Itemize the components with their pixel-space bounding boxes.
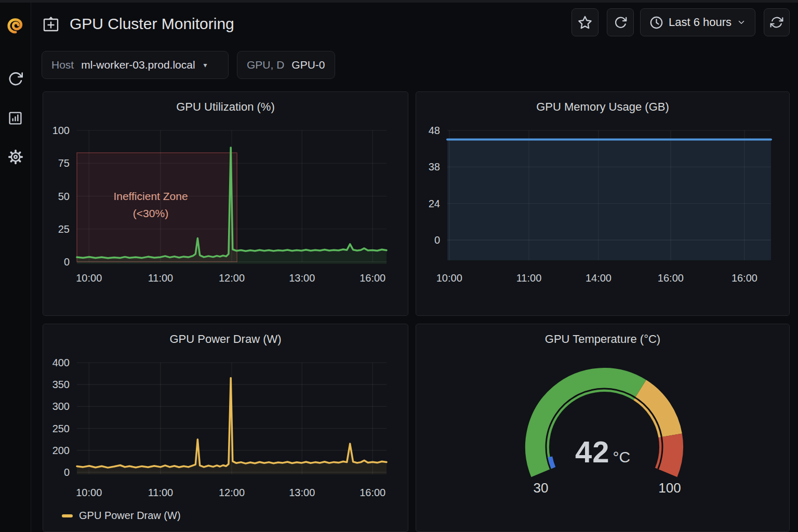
svg-text:100: 100: [52, 125, 70, 136]
svg-text:50: 50: [58, 191, 70, 202]
svg-text:10:00: 10:00: [76, 487, 102, 498]
legend-dash-yellow: [62, 514, 73, 517]
grafana-logo[interactable]: [6, 16, 25, 36]
gauge-value-number: 42: [575, 435, 610, 469]
svg-text:11:00: 11:00: [148, 272, 174, 284]
clock-icon: [649, 16, 663, 30]
svg-text:12:00: 12:00: [219, 272, 245, 284]
sync-icon: [770, 16, 783, 29]
svg-text:38: 38: [429, 161, 440, 172]
svg-text:24: 24: [429, 198, 440, 209]
svg-text:14:00: 14:00: [586, 272, 611, 284]
svg-text:13:00: 13:00: [289, 272, 315, 284]
svg-text:250: 250: [52, 423, 70, 434]
panel-gpu-temperature: GPU Temperature (°C) 42°C 30 100: [416, 324, 790, 532]
star-icon: [578, 15, 592, 30]
host-variable-dropdown[interactable]: Host ml-worker-03.prod.local ▾: [42, 51, 229, 79]
time-range-label: Last 6 hours: [669, 16, 732, 29]
svg-text:11:00: 11:00: [516, 272, 542, 284]
power-legend-text: GPU Power Draw (W): [79, 510, 181, 522]
svg-text:48: 48: [429, 125, 440, 136]
refresh-icon: [614, 16, 628, 30]
svg-text:16:00: 16:00: [732, 272, 757, 284]
annotation-line2: (<30%): [113, 205, 188, 222]
svg-text:0: 0: [64, 467, 70, 478]
svg-text:13:00: 13:00: [289, 487, 315, 498]
history-icon: [7, 71, 24, 87]
svg-text:10:00: 10:00: [436, 272, 462, 284]
gpu-label: GPU, D: [247, 59, 284, 71]
caret-down-icon: ▾: [204, 61, 207, 69]
add-panel-icon: [43, 15, 59, 33]
power-legend[interactable]: GPU Power Draw (W): [62, 510, 181, 522]
gpu-value: GPU-0: [291, 59, 325, 71]
svg-text:16:00: 16:00: [360, 272, 385, 284]
page-title: GPU Cluster Monitoring: [70, 15, 234, 33]
inefficient-zone-annotation: Inefficient Zone (<30%): [113, 188, 188, 222]
chevron-down-icon: [737, 18, 746, 27]
svg-text:300: 300: [52, 401, 70, 412]
host-label: Host: [51, 59, 74, 71]
svg-text:11:00: 11:00: [148, 487, 174, 498]
svg-text:200: 200: [52, 445, 70, 456]
temperature-gauge[interactable]: [416, 324, 790, 532]
gauge-min-label: 30: [534, 480, 549, 496]
svg-text:0: 0: [64, 256, 70, 268]
svg-text:12:00: 12:00: [219, 487, 245, 498]
star-dashboard-button[interactable]: [571, 8, 598, 36]
svg-text:0: 0: [434, 234, 440, 246]
gauge-value: 42°C: [416, 434, 789, 469]
svg-text:350: 350: [52, 379, 70, 390]
time-range-picker[interactable]: Last 6 hours: [640, 8, 755, 36]
svg-text:16:00: 16:00: [360, 487, 385, 498]
panel-gpu-utilization: GPU Utilization (%) 025507510010:0011:00…: [43, 91, 408, 316]
power-chart[interactable]: 020025030035040010:0011:0012:0013:0016:0…: [43, 324, 409, 532]
grafana-logo-icon: [6, 16, 25, 36]
panel-gpu-memory: GPU Memory Usage (GB) 024384810:0011:001…: [416, 91, 790, 316]
gear-icon: [8, 149, 23, 165]
auto-refresh-button[interactable]: [764, 8, 790, 36]
svg-text:16:00: 16:00: [658, 272, 684, 284]
refresh-dashboard-button[interactable]: [607, 8, 634, 36]
svg-text:10:00: 10:00: [76, 272, 102, 284]
sidebar-item-history[interactable]: [6, 69, 25, 89]
gauge-value-unit: °C: [613, 448, 630, 466]
utilization-chart[interactable]: 025507510010:0011:0012:0013:0016:00: [43, 92, 409, 316]
filter-row: Host ml-worker-03.prod.local ▾ GPU, D GP…: [31, 47, 798, 88]
bar-chart-icon: [8, 111, 23, 126]
sidebar-item-dashboards[interactable]: [6, 108, 25, 128]
gpu-variable-dropdown[interactable]: GPU, D GPU-0: [237, 51, 335, 79]
panel-gpu-power: GPU Power Draw (W) 020025030035040010:00…: [43, 324, 408, 532]
svg-text:75: 75: [58, 157, 70, 169]
sidebar-item-settings[interactable]: [6, 147, 25, 167]
header: GPU Cluster Monitoring Last 6 hours: [31, 3, 798, 47]
gauge-max-label: 100: [658, 480, 681, 496]
host-value: ml-worker-03.prod.local: [81, 59, 195, 71]
memory-chart[interactable]: 024384810:0011:0014:0016:0016:00: [416, 92, 790, 316]
svg-text:25: 25: [58, 223, 70, 235]
annotation-line1: Inefficient Zone: [113, 188, 188, 205]
sidebar: [0, 3, 31, 532]
svg-text:400: 400: [52, 357, 70, 368]
